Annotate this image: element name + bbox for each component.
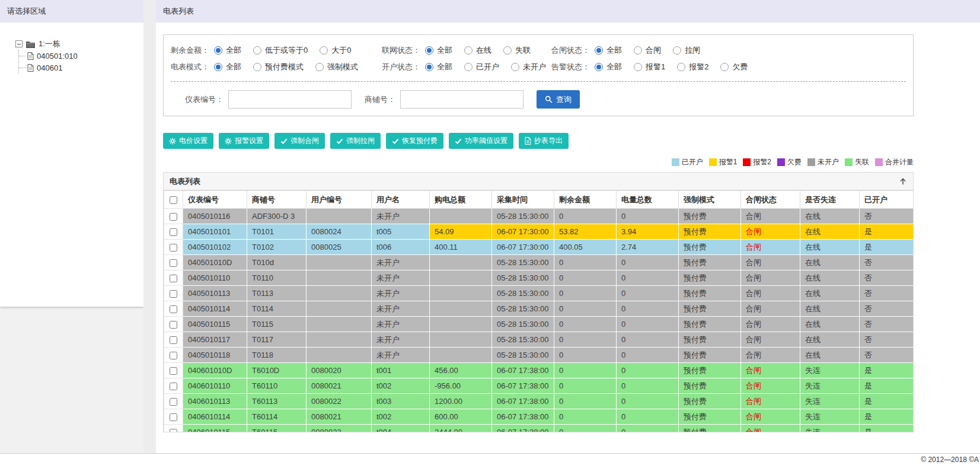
- row-checkbox[interactable]: [170, 244, 177, 251]
- tree-node[interactable]: 040501:010: [27, 50, 143, 62]
- table-cell: t002: [372, 409, 430, 425]
- row-checkbox[interactable]: [170, 413, 177, 421]
- radio-option[interactable]: 合闸: [634, 45, 661, 56]
- filter-label: 联网状态：: [382, 45, 420, 56]
- radio-option-label: 拉闸: [685, 45, 700, 56]
- legend-item: 欠费: [777, 157, 802, 167]
- shop-no-input[interactable]: [400, 90, 523, 109]
- radio-option[interactable]: 低于或等于0: [253, 45, 308, 56]
- radio-option-label: 预付费模式: [265, 62, 304, 72]
- radio-icon[interactable]: [720, 63, 729, 71]
- table-cell: 否: [860, 332, 914, 348]
- table-cell: 05-28 15:30:00: [492, 348, 554, 363]
- select-all-checkbox[interactable]: [170, 196, 177, 204]
- radio-icon[interactable]: [634, 63, 642, 71]
- radio-icon[interactable]: [464, 46, 473, 55]
- table-cell: 456.00: [430, 363, 492, 378]
- radio-option[interactable]: 拉闸: [673, 45, 700, 56]
- tree-root-label[interactable]: 1:一栋: [39, 39, 60, 49]
- radio-option[interactable]: 在线: [464, 45, 491, 56]
- row-checkbox-cell: [164, 255, 183, 270]
- radio-icon[interactable]: [595, 63, 603, 71]
- radio-icon[interactable]: [595, 46, 603, 55]
- radio-option[interactable]: 预付费模式: [253, 62, 304, 72]
- radio-option[interactable]: 全部: [425, 45, 452, 56]
- table-cell: 0080021: [307, 409, 372, 425]
- row-checkbox[interactable]: [170, 213, 177, 221]
- row-checkbox[interactable]: [170, 429, 177, 432]
- action-button[interactable]: 恢复预付费: [386, 133, 443, 149]
- filter-group: 联网状态：全部在线失联: [382, 45, 551, 56]
- row-checkbox[interactable]: [170, 321, 177, 329]
- radio-icon[interactable]: [320, 46, 328, 55]
- table-cell: 0405010113: [183, 286, 247, 301]
- row-checkbox[interactable]: [170, 352, 177, 359]
- tree-node[interactable]: 040601: [27, 62, 143, 74]
- action-button[interactable]: 强制拉闸: [330, 133, 381, 149]
- radio-icon[interactable]: [464, 63, 473, 71]
- radio-option[interactable]: 大于0: [320, 45, 351, 56]
- meter-no-label: 仪表编号：: [185, 94, 224, 105]
- radio-icon[interactable]: [673, 46, 681, 55]
- row-checkbox[interactable]: [170, 336, 177, 344]
- row-checkbox[interactable]: [170, 259, 177, 267]
- select-all-cell: [164, 191, 183, 209]
- radio-icon[interactable]: [425, 63, 433, 71]
- table-cell: 06-07 17:38:00: [492, 363, 554, 378]
- radio-option[interactable]: 全部: [595, 62, 622, 72]
- row-checkbox[interactable]: [170, 398, 177, 406]
- search-button[interactable]: 查询: [537, 90, 580, 109]
- app-window: 请选择区域 1:一栋 040501:010040601 电表列表 剩余金额：全部…: [0, 0, 980, 453]
- radio-option[interactable]: 已开户: [464, 62, 499, 72]
- table-cell: 否: [860, 270, 914, 286]
- action-button[interactable]: 抄表导出: [519, 133, 569, 149]
- radio-icon[interactable]: [214, 63, 222, 71]
- filter-label: 开户状态：: [382, 62, 420, 72]
- radio-icon[interactable]: [503, 46, 512, 55]
- radio-option[interactable]: 强制模式: [315, 62, 358, 72]
- row-checkbox[interactable]: [170, 290, 177, 298]
- radio-icon[interactable]: [253, 46, 261, 55]
- action-button[interactable]: 电价设置: [163, 133, 213, 149]
- radio-icon[interactable]: [634, 46, 642, 55]
- radio-option[interactable]: 全部: [595, 45, 622, 56]
- action-button[interactable]: 报警设置: [219, 133, 269, 149]
- collapse-up-icon[interactable]: [899, 177, 907, 186]
- radio-option[interactable]: 全部: [425, 62, 452, 72]
- table-cell: 合闸: [741, 286, 800, 301]
- radio-icon[interactable]: [214, 46, 222, 55]
- radio-option[interactable]: 全部: [214, 45, 241, 56]
- radio-icon[interactable]: [253, 63, 261, 71]
- radio-icon[interactable]: [677, 63, 685, 71]
- meter-no-input[interactable]: [228, 90, 352, 109]
- action-button[interactable]: 强制合闸: [274, 133, 325, 149]
- column-header: 商铺号: [247, 191, 307, 209]
- row-checkbox[interactable]: [170, 305, 177, 313]
- radio-option[interactable]: 欠费: [720, 62, 748, 72]
- action-button[interactable]: 功率阈值设置: [449, 133, 513, 149]
- radio-option[interactable]: 失联: [503, 45, 531, 56]
- tree-node-label[interactable]: 040501:010: [37, 52, 78, 60]
- radio-icon[interactable]: [315, 63, 324, 71]
- row-checkbox[interactable]: [170, 228, 177, 236]
- row-checkbox[interactable]: [170, 275, 177, 282]
- radio-icon[interactable]: [511, 63, 519, 71]
- action-button-label: 报警设置: [235, 136, 263, 146]
- table-cell: 0080021: [307, 378, 372, 394]
- main-body: 剩余金额：全部低于或等于0大于0联网状态：全部在线失联合闸状态：全部合闸拉闸电表…: [156, 23, 980, 453]
- table-cell: 未开户: [372, 209, 430, 224]
- radio-option[interactable]: 报警1: [634, 62, 665, 72]
- radio-option[interactable]: 全部: [214, 62, 241, 72]
- row-checkbox[interactable]: [170, 383, 177, 390]
- table-cell: 预付费: [679, 240, 741, 255]
- tree-node-label[interactable]: 040601: [37, 63, 62, 72]
- row-checkbox[interactable]: [170, 367, 177, 375]
- table-cell: t001: [372, 363, 430, 378]
- radio-icon[interactable]: [425, 46, 433, 55]
- table-cell: 预付费: [679, 317, 741, 332]
- radio-option[interactable]: 未开户: [511, 62, 546, 72]
- tree-collapse-toggle[interactable]: [15, 40, 23, 47]
- tree-root-node[interactable]: 1:一栋: [15, 38, 143, 50]
- radio-option[interactable]: 报警2: [677, 62, 708, 72]
- status-legend: 已开户报警1报警2欠费未开户失联合并计量: [163, 157, 914, 167]
